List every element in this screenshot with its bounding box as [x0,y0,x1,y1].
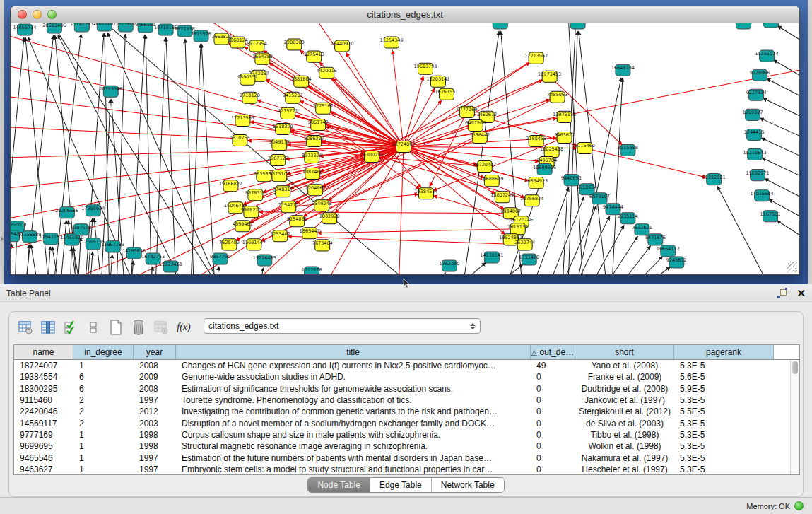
cell-out_degree[interactable]: 0 [531,372,575,382]
cell-year[interactable]: 1997 [134,395,176,405]
graph-node[interactable]: 7748317 [273,186,293,197]
graph-node[interactable]: 9415207 [283,92,303,103]
cell-short[interactable]: Hescheler et al. (1997) [575,465,674,474]
cell-year[interactable]: 1998 [134,441,176,451]
graph-node[interactable]: 13942757 [39,233,62,245]
graph-node[interactable]: 9857791 [210,253,230,264]
cell-pagerank[interactable]: 5.3E-5 [674,441,774,451]
graph-node[interactable]: 18807249 [490,192,514,203]
graph-node[interactable]: 10756924 [520,195,543,206]
graph-node[interactable]: 17016504 [751,190,774,201]
graph-node[interactable]: 13203141 [426,76,449,87]
graph-node[interactable]: 19166827 [219,180,242,192]
graph-node[interactable]: 10025438 [540,146,563,157]
cell-pagerank[interactable]: 5.3E-5 [674,395,774,405]
graph-node[interactable]: 11254349 [380,37,404,48]
graph-node[interactable]: 20691406 [42,23,66,33]
graph-node[interactable]: 7673464 [312,240,333,251]
minimize-window-button[interactable] [33,10,42,19]
cell-year[interactable]: 2003 [134,419,176,428]
tab-edge-table[interactable]: Edge Table [370,478,431,492]
graph-node[interactable]: 9397588 [71,224,91,235]
graph-node[interactable]: 13187261 [70,23,93,32]
graph-node[interactable]: 9115460 [575,142,595,153]
cell-name[interactable]: 18724007 [14,361,73,370]
tab-node-table[interactable]: Node Table [308,478,370,492]
graph-node[interactable]: 1873108 [269,170,290,182]
graph-node[interactable]: 1086327 [304,135,324,146]
graph-node[interactable]: 1032920 [319,213,340,224]
graph-node[interactable]: 7485063 [547,91,567,103]
graph-node[interactable]: 9227334 [746,89,767,100]
table-row[interactable]: 1456911722003Disruption of a novel membe… [14,417,799,428]
graph-node[interactable]: 10699605 [533,164,556,175]
graph-node[interactable]: 1112345 [761,23,782,28]
graph-node[interactable]: 8813054 [567,23,588,29]
cell-pagerank[interactable]: 5.3E-5 [674,419,774,428]
cell-year[interactable]: 2008 [134,384,176,394]
cell-pagerank[interactable]: 5.9E-5 [674,384,774,394]
graph-node[interactable]: 6879197 [589,193,610,204]
toggle-rows-icon[interactable] [84,318,102,337]
graph-node[interactable]: 16261551 [435,88,458,100]
graph-node[interactable]: 12923468 [159,261,182,272]
cell-name[interactable]: 9115460 [14,395,73,405]
graph-node[interactable]: 17957253 [101,241,124,252]
citation-network-graph[interactable]: 1872400722003881275413164409101125434919… [11,23,799,274]
graph-node[interactable]: 12213563 [231,115,254,126]
table-row[interactable]: 969969511998Structural magnetic resonanc… [14,440,799,452]
network-window-titlebar[interactable]: citations_edges.txt [11,6,799,23]
cell-out_degree[interactable]: 0 [531,453,575,463]
graph-node[interactable]: 2967129 [268,155,288,166]
graph-node[interactable]: 4275721 [278,107,298,119]
column-header-in_degree[interactable]: in_degree [73,345,134,359]
window-resize-grip[interactable] [787,262,797,272]
cell-short[interactable]: Franke et al. (2009) [575,372,674,382]
graph-node[interactable]: 16083809 [732,23,755,29]
graph-node[interactable]: 1865447 [300,228,320,239]
cell-year[interactable]: 1998 [134,430,176,440]
graph-node[interactable]: 9245612 [666,257,687,268]
graph-node[interactable]: 8471676 [645,234,666,245]
cell-out_degree[interactable]: 0 [531,465,575,474]
delete-columns-icon[interactable] [129,318,148,337]
graph-node[interactable]: 9463627 [554,132,575,143]
graph-node[interactable]: 8912954 [247,40,267,52]
graph-node[interactable]: 9890131 [237,74,258,85]
graph-node[interactable]: 2336442 [469,132,490,143]
graph-node[interactable]: 15751074 [755,50,779,62]
cell-year[interactable]: 2012 [134,407,176,416]
graph-node[interactable]: 16648784 [611,64,635,76]
cell-out_degree[interactable]: 0 [531,441,575,451]
new-column-icon[interactable] [107,318,125,337]
graph-node[interactable]: 20206556 [55,207,78,218]
cell-name[interactable]: 9699695 [14,441,73,451]
cell-out_degree[interactable]: 0 [531,407,575,416]
graph-node[interactable]: 5572301 [490,23,510,29]
graph-node[interactable]: 2204967 [305,185,326,196]
graph-node[interactable]: 2160453 [526,135,546,146]
panel-collapse-arrow-icon[interactable] [1,236,4,242]
graph-node[interactable]: 5518320 [273,123,293,134]
graph-node[interactable]: 8973324 [302,152,322,163]
graph-node[interactable]: 9777169 [457,106,477,117]
cell-in_degree[interactable]: 1 [73,453,134,463]
cell-short[interactable]: Nakamura et al. (1997) [575,453,674,463]
graph-node[interactable]: 17359924 [81,205,105,216]
graph-node[interactable]: 11156889 [18,231,41,243]
select-columns-icon[interactable] [61,318,80,337]
network-canvas[interactable]: 1872400722003881275413164409101125434919… [11,23,799,274]
cell-title[interactable]: Estimation of the future numbers of pati… [176,453,531,463]
delete-table-icon[interactable] [152,318,170,337]
cell-name[interactable]: 9463627 [14,465,73,474]
graph-node[interactable]: 2522744 [514,239,535,250]
graph-node[interactable]: 7632621 [632,224,652,235]
column-header-short[interactable]: short [575,345,674,359]
cell-pagerank[interactable]: 5.3E-5 [674,430,774,440]
graph-node[interactable]: 15992901 [702,174,726,185]
show-columns-icon[interactable] [39,318,57,337]
cell-pagerank[interactable]: 5.3E-5 [674,465,774,474]
graph-node[interactable]: 9329966 [750,69,770,81]
cell-pagerank[interactable]: 5.5E-5 [674,407,774,416]
column-header-pagerank[interactable]: pagerank [674,345,774,359]
